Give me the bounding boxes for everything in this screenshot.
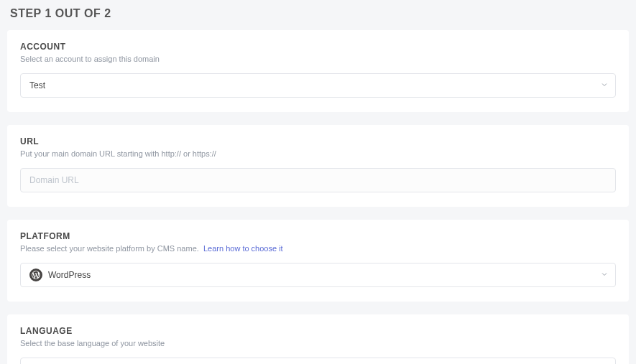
language-label: LANGUAGE <box>20 326 616 336</box>
language-desc: Select the base language of your website <box>20 339 616 347</box>
url-desc: Put your main domain URL starting with h… <box>20 149 616 158</box>
platform-select-value: WordPress <box>48 270 91 280</box>
platform-learn-link[interactable]: Learn how to choose it <box>203 244 283 253</box>
url-card: URL Put your main domain URL starting wi… <box>7 125 629 207</box>
account-select-value: Test <box>29 80 45 90</box>
platform-label: PLATFORM <box>20 231 616 241</box>
account-desc: Select an account to assign this domain <box>20 55 616 63</box>
account-select[interactable]: Test <box>20 73 616 98</box>
url-label: URL <box>20 136 616 146</box>
wordpress-icon <box>29 269 42 281</box>
platform-card: PLATFORM Please select your website plat… <box>7 220 629 302</box>
account-card: ACCOUNT Select an account to assign this… <box>7 30 629 112</box>
platform-select[interactable]: WordPress <box>20 263 616 287</box>
language-select[interactable]: English <box>20 358 616 364</box>
account-label: ACCOUNT <box>20 42 616 52</box>
language-card: LANGUAGE Select the base language of you… <box>7 314 629 364</box>
platform-desc-text: Please select your website platform by C… <box>20 244 199 253</box>
page-title: STEP 1 OUT OF 2 <box>10 7 629 20</box>
platform-desc-wrap: Please select your website platform by C… <box>20 244 616 253</box>
domain-url-input[interactable] <box>20 168 616 192</box>
